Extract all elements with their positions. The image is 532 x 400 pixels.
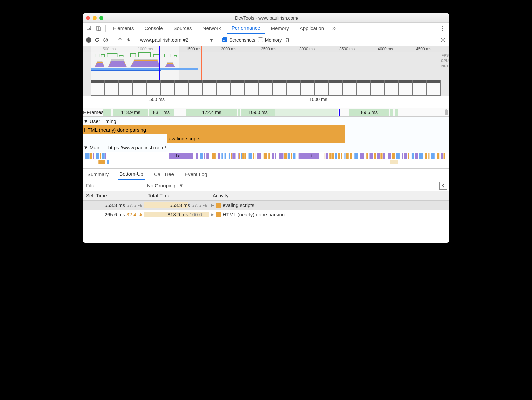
tab-network[interactable]: Network	[198, 23, 226, 34]
filmstrip-frame[interactable]	[329, 80, 343, 96]
filmstrip-frame[interactable]	[175, 80, 189, 96]
dropdown-caret-icon: ▼	[179, 183, 184, 188]
trash-icon[interactable]	[284, 37, 290, 43]
filmstrip-frame[interactable]	[259, 80, 273, 96]
frame-bar[interactable]	[238, 109, 240, 116]
filmstrip-frame[interactable]	[315, 80, 329, 96]
frame-bar[interactable]	[103, 109, 111, 116]
record-button[interactable]	[86, 37, 91, 43]
overview-cursor[interactable]	[159, 46, 160, 80]
minimize-icon[interactable]	[93, 16, 97, 20]
tab-event-log[interactable]: Event Log	[183, 169, 209, 180]
reload-icon[interactable]	[94, 37, 100, 43]
frame-bar[interactable]: 89.5 ms	[349, 109, 389, 116]
tab-elements[interactable]: Elements	[108, 23, 139, 34]
frame-bar[interactable]	[390, 109, 393, 116]
activity-swatch-icon	[216, 212, 221, 217]
expand-icon[interactable]: ▶	[83, 110, 86, 114]
activity-swatch-icon	[216, 203, 221, 208]
expand-icon[interactable]: ▶	[211, 213, 214, 216]
filmstrip-frame[interactable]	[217, 80, 231, 96]
collapsed-indicator[interactable]: …	[83, 103, 449, 108]
toggle-heaviest-stack-icon[interactable]	[439, 182, 447, 190]
frame-bar[interactable]: 172.4 ms	[186, 109, 237, 116]
svg-rect-47	[293, 153, 295, 159]
filmstrip-frame[interactable]	[119, 80, 133, 96]
svg-rect-69	[402, 153, 403, 159]
scrollbar-thumb[interactable]	[445, 109, 448, 115]
filmstrip-frame[interactable]	[371, 80, 385, 96]
clear-icon[interactable]	[103, 37, 109, 43]
filmstrip[interactable]	[91, 80, 449, 96]
frames-track[interactable]: ▶Frames 113.9 ms83.1 ms172.4 ms109.0 ms8…	[83, 108, 449, 117]
svg-rect-22	[212, 153, 216, 159]
filmstrip-frame[interactable]	[427, 80, 441, 96]
collapse-icon[interactable]: ▼	[83, 118, 88, 124]
filmstrip-frame[interactable]	[385, 80, 399, 96]
frame-bar[interactable]	[339, 109, 340, 116]
svg-rect-31	[241, 153, 242, 159]
filmstrip-frame[interactable]	[203, 80, 217, 96]
filmstrip-frame[interactable]	[301, 80, 315, 96]
filmstrip-frame[interactable]	[147, 80, 161, 96]
svg-rect-76	[428, 153, 429, 159]
frame-bar[interactable]: 83.1 ms	[149, 109, 174, 116]
filmstrip-frame[interactable]	[245, 80, 259, 96]
filmstrip-frame[interactable]	[133, 80, 147, 96]
tab-application[interactable]: Application	[295, 23, 329, 34]
ruler-tick: 500 ms	[149, 97, 165, 102]
more-tabs-icon[interactable]: »	[330, 24, 338, 32]
filmstrip-frame[interactable]	[357, 80, 371, 96]
settings-gear-icon[interactable]	[440, 37, 446, 43]
tab-bottom-up[interactable]: Bottom-Up	[118, 169, 145, 180]
timing-bar-html-parsing[interactable]: HTML (nearly) done parsing	[83, 125, 345, 134]
tab-call-tree[interactable]: Call Tree	[153, 169, 175, 180]
svg-rect-28	[232, 153, 235, 159]
frame-bar[interactable]	[395, 109, 398, 116]
inspect-icon[interactable]	[85, 24, 93, 32]
close-icon[interactable]	[86, 16, 90, 20]
frame-bar[interactable]: 113.9 ms	[113, 109, 148, 116]
screenshots-checkbox[interactable]: ✓ Screenshots	[222, 37, 255, 43]
col-self-time[interactable]: Self Time	[83, 191, 144, 200]
recording-selector[interactable]: www.paulirish.com #2 ▼	[140, 37, 214, 43]
col-total-time[interactable]: Total Time	[144, 191, 209, 200]
filmstrip-frame[interactable]	[91, 80, 105, 96]
filmstrip-frame[interactable]	[273, 80, 287, 96]
filmstrip-frame[interactable]	[343, 80, 357, 96]
tab-sources[interactable]: Sources	[169, 23, 197, 34]
filmstrip-frame[interactable]	[105, 80, 119, 96]
table-row[interactable]: 553.3 ms67.6 %553.3 ms67.6 %▶evaling scr…	[83, 201, 449, 210]
filmstrip-frame[interactable]	[189, 80, 203, 96]
filmstrip-frame[interactable]	[231, 80, 245, 96]
table-row[interactable]: 265.6 ms32.4 %818.9 ms100.0…▶HTML (nearl…	[83, 210, 449, 219]
expand-icon[interactable]: ▶	[211, 203, 214, 207]
grouping-selector[interactable]: No Grouping ▼	[143, 180, 439, 191]
maximize-icon[interactable]	[99, 16, 103, 20]
device-toggle-icon[interactable]	[95, 24, 103, 32]
collapse-icon[interactable]: ▼	[83, 145, 88, 150]
overview-timeline[interactable]: 500 ms1000 ms1500 ms2000 ms2500 ms3000 m…	[83, 46, 449, 96]
main-thread-track[interactable]: ▼Main — https://www.paulirish.com/ La…t	[83, 143, 449, 169]
download-icon[interactable]	[126, 37, 132, 43]
memory-checkbox[interactable]: Memory	[258, 37, 282, 43]
tab-performance[interactable]: Performance	[227, 23, 265, 34]
col-activity[interactable]: Activity	[209, 191, 449, 200]
filmstrip-frame[interactable]	[399, 80, 413, 96]
frame-bar[interactable]: 109.0 ms	[241, 109, 275, 116]
detail-ruler[interactable]: 500 ms 1000 ms	[83, 96, 449, 103]
tab-console[interactable]: Console	[140, 23, 168, 34]
flame-chart[interactable]: La…t L…t	[83, 152, 449, 168]
upload-icon[interactable]	[117, 37, 123, 43]
filmstrip-frame[interactable]	[161, 80, 175, 96]
filter-input[interactable]	[83, 180, 143, 191]
kebab-menu-icon[interactable]: ⋮	[439, 24, 447, 32]
titlebar: DevTools - www.paulirish.com/	[83, 13, 449, 23]
tab-summary[interactable]: Summary	[86, 169, 110, 180]
tab-memory[interactable]: Memory	[266, 23, 294, 34]
frame-bar[interactable]	[275, 109, 338, 116]
filmstrip-frame[interactable]	[287, 80, 301, 96]
user-timing-track[interactable]: ▼User Timing HTML (nearly) done parsing …	[83, 117, 449, 143]
filmstrip-frame[interactable]	[413, 80, 427, 96]
timing-bar-evaling-scripts[interactable]: evaling scripts	[167, 134, 345, 143]
